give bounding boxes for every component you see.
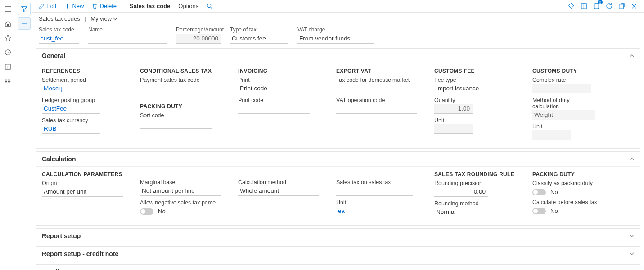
view-selector[interactable]: My view — [90, 15, 117, 22]
origin-field[interactable]: Amount per unit — [42, 187, 123, 197]
fasttab-calculation: Calculation CALCULATION PARAMETERS Origi… — [36, 151, 640, 226]
quantity-field: 1.00 — [434, 104, 473, 114]
edit-button[interactable]: Edit — [35, 1, 60, 11]
export-vat-group-title: EXPORT VAT — [336, 68, 422, 74]
customs-duty-group-title: CUSTOMS DUTY — [532, 68, 618, 74]
settlement-period-field[interactable]: Месяц — [42, 84, 100, 93]
percentage-field: 20.00000 — [176, 34, 221, 44]
name-label: Name — [88, 27, 167, 33]
svg-rect-3 — [581, 4, 586, 9]
fasttab-report-setup-credit-note: Report setup - credit note — [36, 246, 640, 261]
workspace-icon[interactable] — [2, 60, 14, 73]
fasttab-report-setup: Report setup — [36, 228, 640, 243]
vat-charge-field[interactable]: From vendor funds — [297, 34, 374, 44]
recent-icon[interactable] — [2, 46, 14, 58]
conditional-group-title: CONDITIONAL SALES TAX — [140, 68, 225, 74]
references-group-title: REFERENCES — [42, 68, 127, 74]
delete-label: Delete — [99, 3, 117, 9]
packing-duty-group-title: PACKING DUTY — [140, 103, 225, 110]
chevron-up-icon — [629, 156, 635, 162]
rounding-method-field[interactable]: Normal — [434, 207, 488, 217]
vat-charge-label: VAT charge — [297, 27, 374, 33]
calc-packing-group-title: PACKING DUTY — [532, 171, 618, 177]
fasttab-retail: Retail — [36, 264, 640, 270]
invoicing-group-title: INVOICING — [238, 68, 324, 74]
allow-negative-toggle[interactable]: No — [140, 208, 221, 215]
payment-sales-tax-code-field[interactable] — [140, 84, 212, 93]
fasttab-retail-header[interactable]: Retail — [36, 265, 640, 270]
type-of-tax-label: Type of tax — [230, 27, 288, 33]
attach-icon[interactable] — [567, 2, 576, 11]
sales-tax-code-field[interactable]: cust_fee — [39, 34, 79, 44]
popout-icon[interactable] — [617, 2, 626, 11]
domestic-tax-code-field[interactable] — [336, 84, 417, 93]
filter-icon[interactable] — [18, 3, 31, 15]
form-rail — [16, 0, 32, 270]
calc-method-field[interactable]: Whole amount — [238, 186, 319, 196]
rounding-precision-field[interactable]: 0.00 — [434, 187, 488, 197]
modules-icon[interactable] — [2, 75, 14, 87]
calc-unit-field[interactable]: ea — [336, 206, 381, 216]
header-fields: Sales tax code cust_fee Name Percentage/… — [32, 27, 644, 48]
fee-type-field[interactable]: Import issuance — [434, 84, 513, 93]
fasttab-general-header[interactable]: General — [36, 49, 640, 63]
customs-duty-unit-field — [532, 130, 571, 140]
svg-rect-1 — [5, 64, 10, 69]
fasttab-general: General REFERENCES Settlement periodМеся… — [36, 48, 640, 149]
close-icon[interactable] — [630, 2, 639, 11]
name-field[interactable] — [88, 34, 167, 44]
new-button[interactable]: New — [61, 1, 87, 11]
duty-calc-method-field: Weight — [532, 110, 595, 120]
sales-tax-on-sales-tax-field[interactable] — [336, 186, 413, 196]
fasttab-report-setup-header[interactable]: Report setup — [36, 229, 640, 243]
breadcrumb: Sales tax codes | My view — [32, 13, 644, 27]
complex-rate-field — [532, 84, 591, 93]
office-icon[interactable] — [579, 2, 588, 11]
percentage-label: Percentage/Amount — [176, 27, 221, 33]
chevron-down-icon — [629, 233, 635, 239]
delete-button[interactable]: Delete — [88, 1, 120, 11]
related-info-icon[interactable] — [18, 17, 31, 30]
sort-code-field[interactable] — [140, 119, 212, 129]
ledger-posting-group-field[interactable]: CustFee — [42, 104, 100, 114]
new-label: New — [72, 3, 84, 9]
sales-tax-code-label: Sales tax code — [39, 27, 79, 33]
svg-rect-4 — [594, 4, 598, 9]
refresh-icon[interactable] — [604, 2, 613, 11]
customs-fee-group-title: CUSTOMS FEE — [434, 68, 520, 74]
home-icon[interactable] — [2, 17, 14, 30]
chevron-down-icon — [113, 17, 117, 21]
print-field[interactable]: Print code — [238, 84, 310, 93]
notification-badge: 0 — [598, 0, 603, 4]
classify-packing-toggle[interactable]: No — [532, 189, 604, 195]
vat-operation-code-field[interactable] — [336, 104, 417, 114]
notification-icon[interactable]: 0 — [592, 2, 601, 11]
tab-sales-tax-code[interactable]: Sales tax code — [126, 1, 174, 11]
tab-options[interactable]: Options — [175, 1, 202, 11]
action-bar: Edit New Delete Sales tax code Options — [32, 0, 644, 13]
fasttab-report-setup-cn-header[interactable]: Report setup - credit note — [36, 247, 640, 261]
fasttab-calculation-header[interactable]: Calculation — [36, 152, 640, 166]
breadcrumb-entity: Sales tax codes — [39, 15, 80, 22]
left-nav-rail — [0, 0, 16, 270]
chevron-up-icon — [629, 53, 635, 58]
marginal-base-field[interactable]: Net amount per line — [140, 186, 221, 196]
rounding-group-title: SALES TAX ROUNDING RULE — [434, 171, 520, 177]
sales-tax-currency-field[interactable]: RUB — [42, 124, 100, 134]
hamburger-icon[interactable] — [2, 3, 14, 15]
svg-rect-5 — [619, 4, 623, 9]
svg-point-2 — [207, 4, 211, 7]
chevron-down-icon — [629, 251, 635, 257]
print-code-field[interactable] — [238, 104, 310, 114]
type-of-tax-field[interactable]: Customs fee — [230, 34, 288, 44]
customs-fee-unit-field — [434, 124, 473, 134]
edit-label: Edit — [46, 3, 56, 9]
calc-params-group-title: CALCULATION PARAMETERS — [42, 171, 127, 177]
search-button[interactable] — [203, 2, 216, 11]
star-icon[interactable] — [2, 31, 14, 44]
calc-before-toggle[interactable]: No — [532, 208, 604, 214]
